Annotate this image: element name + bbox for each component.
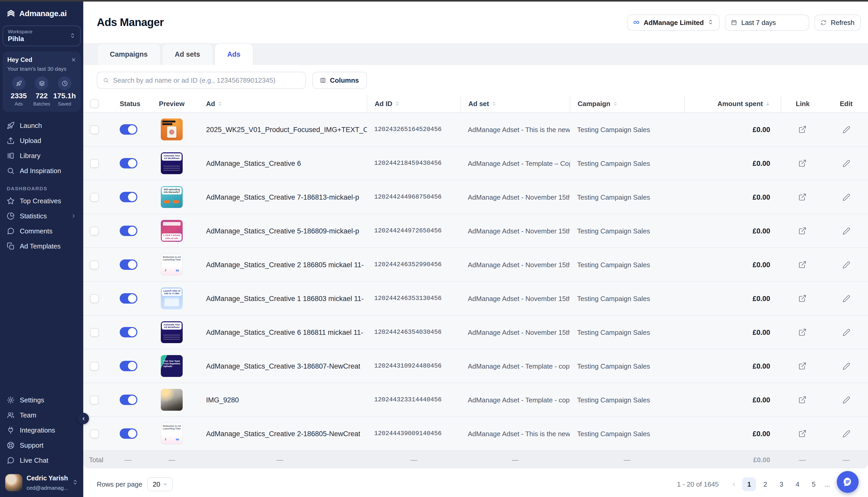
workspace-selector[interactable]: Workspace Pihla bbox=[3, 26, 81, 46]
edit-pencil-icon[interactable] bbox=[842, 328, 850, 336]
page-button-5[interactable]: 5 bbox=[807, 477, 821, 491]
previous-page-button[interactable] bbox=[728, 481, 740, 487]
sidebar-item-support[interactable]: Support bbox=[0, 438, 83, 453]
sidebar-item-top-creatives[interactable]: Top Creatives bbox=[0, 194, 83, 209]
page-button-2[interactable]: 2 bbox=[758, 477, 772, 491]
edit-pencil-icon[interactable] bbox=[842, 193, 850, 201]
table-row: Free Your Team From Repetitive Uploads A… bbox=[83, 349, 868, 383]
edit-pencil-icon[interactable] bbox=[842, 430, 850, 438]
row-checkbox[interactable] bbox=[90, 193, 99, 201]
refresh-button[interactable]: Refresh bbox=[815, 14, 861, 30]
table-row: Automate Your Ad Workflows AdManage_Stat… bbox=[83, 315, 868, 349]
tab-ad-sets[interactable]: Ad sets bbox=[162, 43, 213, 65]
tab-campaigns[interactable]: Campaigns bbox=[97, 43, 161, 65]
sidebar-item-live-chat[interactable]: Live Chat bbox=[0, 453, 83, 468]
ad-preview-thumbnail[interactable] bbox=[161, 389, 183, 411]
sidebar-item-ad-templates[interactable]: Ad Templates bbox=[0, 239, 83, 254]
row-checkbox[interactable] bbox=[90, 328, 99, 337]
ad-account-selector[interactable]: ∞ AdManage Limited bbox=[627, 14, 720, 30]
user-menu[interactable]: Cedric Yarish ced@admanag... bbox=[0, 469, 83, 497]
ad-preview-thumbnail[interactable]: Reduction in Ad Launching Time bbox=[161, 254, 183, 275]
external-link-icon[interactable] bbox=[798, 396, 807, 404]
external-link-icon[interactable] bbox=[798, 260, 807, 269]
column-header-campaign[interactable]: Campaign bbox=[570, 95, 684, 112]
edit-pencil-icon[interactable] bbox=[842, 227, 850, 235]
chat-bubble-icon bbox=[7, 456, 15, 464]
status-toggle-on[interactable] bbox=[120, 226, 137, 236]
ad-preview-thumbnail[interactable]: Free Your Team From Repetitive Uploads bbox=[161, 355, 183, 377]
edit-pencil-icon[interactable] bbox=[842, 295, 850, 302]
column-header-amount-spent[interactable]: Amount spent bbox=[684, 95, 781, 112]
status-toggle-on[interactable] bbox=[120, 259, 137, 270]
external-link-icon[interactable] bbox=[798, 159, 807, 167]
column-header-edit: Edit bbox=[824, 95, 868, 112]
sidebar-item-library[interactable]: Library bbox=[0, 148, 83, 163]
row-checkbox[interactable] bbox=[90, 260, 99, 269]
sidebar-item-integrations[interactable]: Integrations bbox=[0, 423, 83, 438]
external-link-icon[interactable] bbox=[798, 125, 807, 133]
ad-preview-thumbnail[interactable]: Automate Your Ad Workflows bbox=[161, 321, 183, 343]
rows-per-page-select[interactable]: 20 bbox=[148, 477, 173, 491]
close-icon[interactable]: ✕ bbox=[71, 57, 76, 63]
sidebar-item-statistics[interactable]: Statistics bbox=[0, 209, 83, 224]
brand[interactable]: Admanage.ai bbox=[0, 2, 83, 22]
status-toggle-on[interactable] bbox=[120, 192, 137, 202]
external-link-icon[interactable] bbox=[798, 429, 807, 438]
sidebar-item-label: Support bbox=[20, 441, 43, 449]
meta-icon: ∞ bbox=[633, 18, 639, 27]
ad-preview-thumbnail[interactable] bbox=[161, 118, 183, 140]
campaign-name: Testing Campaign Sales bbox=[570, 180, 684, 214]
edit-pencil-icon[interactable] bbox=[842, 159, 850, 167]
status-toggle-on[interactable] bbox=[120, 293, 137, 303]
column-header-ad-set[interactable]: Ad set bbox=[460, 95, 570, 112]
sidebar-item-settings[interactable]: Settings bbox=[0, 393, 83, 408]
edit-pencil-icon[interactable] bbox=[842, 362, 850, 370]
ad-preview-thumbnail[interactable]: Reduction in Ad Launching Time bbox=[161, 423, 183, 444]
page-button-4[interactable]: 4 bbox=[790, 477, 804, 491]
select-all-checkbox[interactable] bbox=[90, 99, 99, 108]
sidebar-item-team[interactable]: Team bbox=[0, 408, 83, 423]
external-link-icon[interactable] bbox=[798, 193, 807, 201]
sidebar-item-ad-inspiration[interactable]: Ad Inspiration bbox=[0, 163, 83, 178]
sidebar-item-upload[interactable]: Upload bbox=[0, 133, 83, 148]
total-campaign: — bbox=[570, 451, 684, 468]
date-range-picker[interactable]: Last 7 days bbox=[725, 14, 810, 30]
tab-ads[interactable]: Ads bbox=[214, 43, 253, 65]
status-toggle-on[interactable] bbox=[120, 428, 137, 439]
external-link-icon[interactable] bbox=[798, 362, 807, 370]
row-checkbox[interactable] bbox=[90, 226, 99, 235]
chat-widget-button[interactable] bbox=[837, 471, 859, 493]
edit-pencil-icon[interactable] bbox=[842, 261, 850, 269]
total-ad: — bbox=[193, 451, 367, 468]
row-checkbox[interactable] bbox=[90, 159, 99, 168]
status-toggle-on[interactable] bbox=[120, 327, 137, 337]
edit-pencil-icon[interactable] bbox=[842, 126, 850, 133]
status-toggle-on[interactable] bbox=[120, 395, 137, 405]
page-button-3[interactable]: 3 bbox=[774, 477, 788, 491]
status-toggle-on[interactable] bbox=[120, 361, 137, 371]
external-link-icon[interactable] bbox=[798, 227, 807, 235]
ad-preview-thumbnail[interactable]: Still Uploading Ads Manually? bbox=[161, 186, 183, 208]
column-header-ad-id[interactable]: Ad ID bbox=[367, 95, 460, 112]
status-toggle-on[interactable] bbox=[120, 158, 137, 168]
page-button-1[interactable]: 1 bbox=[742, 477, 756, 491]
status-toggle-on[interactable] bbox=[120, 124, 137, 134]
row-checkbox[interactable] bbox=[90, 361, 99, 370]
ad-preview-thumbnail[interactable]: Launch 100s of Ads in <1 Min bbox=[161, 287, 183, 309]
refresh-label: Refresh bbox=[831, 18, 854, 26]
sidebar-item-launch[interactable]: Launch bbox=[0, 118, 83, 133]
columns-button[interactable]: Columns bbox=[312, 72, 367, 89]
ad-preview-thumbnail[interactable]: 1 click 1 minute 100s of ads bbox=[161, 220, 183, 242]
external-link-icon[interactable] bbox=[798, 294, 807, 302]
column-header-ad[interactable]: Ad bbox=[193, 95, 367, 112]
row-checkbox[interactable] bbox=[90, 125, 99, 134]
row-checkbox[interactable] bbox=[90, 294, 99, 303]
row-checkbox[interactable] bbox=[90, 429, 99, 438]
edit-pencil-icon[interactable] bbox=[842, 396, 850, 404]
sidebar-item-comments[interactable]: Comments bbox=[0, 224, 83, 239]
ad-preview-thumbnail[interactable]: Automate Your Ad Workflows bbox=[161, 152, 183, 174]
sidebar-collapse-button[interactable] bbox=[78, 413, 89, 424]
row-checkbox[interactable] bbox=[90, 395, 99, 404]
search-input[interactable] bbox=[113, 76, 300, 84]
external-link-icon[interactable] bbox=[798, 328, 807, 336]
